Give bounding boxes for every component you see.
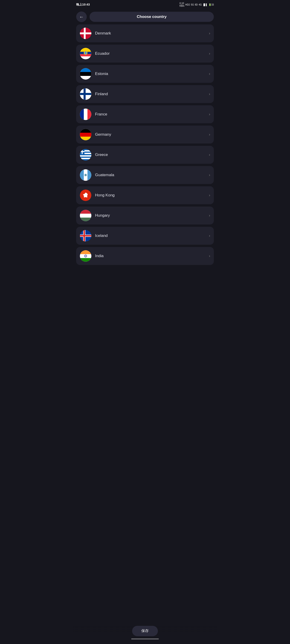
svg-point-9 <box>85 52 87 54</box>
svg-rect-29 <box>80 136 91 140</box>
svg-rect-63 <box>80 250 91 254</box>
svg-rect-12 <box>80 68 91 72</box>
flag-india <box>80 250 91 262</box>
list-item[interactable]: India › <box>76 247 214 265</box>
status-time: 晚上10:43 <box>76 2 90 7</box>
list-item[interactable]: France › <box>76 105 214 123</box>
back-button[interactable]: ← <box>76 12 87 22</box>
4g-badge: 4G <box>199 4 202 6</box>
country-name-iceland: Iceland <box>95 234 209 238</box>
svg-rect-19 <box>80 93 91 95</box>
chevron-icon: › <box>209 254 210 258</box>
signal-text: 0.10KB/s <box>179 2 184 7</box>
svg-rect-22 <box>80 108 84 120</box>
svg-rect-39 <box>80 151 85 152</box>
flag-denmark <box>80 28 91 39</box>
flag-ecuador <box>80 48 91 59</box>
svg-rect-52 <box>80 214 91 218</box>
hd2-badge: HD2 <box>185 4 190 6</box>
list-item[interactable]: Ecuador › <box>76 44 214 62</box>
chevron-icon: › <box>209 112 210 116</box>
list-item[interactable]: Estonia › <box>76 65 214 83</box>
list-item[interactable]: Greece › <box>76 146 214 164</box>
flag-hongkong <box>80 190 91 201</box>
chevron-icon: › <box>209 173 210 177</box>
back-arrow-icon: ← <box>79 14 84 20</box>
svg-rect-35 <box>80 155 91 157</box>
flag-france <box>80 108 91 120</box>
chevron-icon: › <box>209 31 210 36</box>
country-name-hongkong: Hong Kong <box>95 193 209 198</box>
flag-estonia <box>80 68 91 80</box>
header-title-box: Choose country <box>90 12 214 22</box>
chevron-icon: › <box>209 153 210 157</box>
country-list: Denmark › Ecuador › <box>73 26 217 283</box>
country-name-hungary: Hungary <box>95 213 209 218</box>
country-name-guatemala: Guatemala <box>95 173 209 177</box>
svg-rect-14 <box>80 76 91 80</box>
svg-rect-53 <box>80 218 91 221</box>
list-item[interactable]: Hong Kong › <box>76 186 214 204</box>
header: ← Choose country <box>73 9 217 26</box>
list-item[interactable]: Finland › <box>76 85 214 103</box>
chevron-icon: › <box>209 72 210 76</box>
country-name-denmark: Denmark <box>95 31 209 36</box>
svg-rect-27 <box>80 129 91 133</box>
list-item[interactable]: Iceland › <box>76 227 214 245</box>
svg-rect-24 <box>88 108 91 120</box>
battery-icon: 🔋33 <box>208 4 214 6</box>
flag-germany <box>80 129 91 140</box>
status-bar: 晚上10:43 0.10KB/s HD2 5G 8D 4G ▐▌▌ 🔋33 <box>73 0 217 9</box>
list-item[interactable]: Germany › <box>76 126 214 144</box>
flag-iceland <box>80 230 91 242</box>
svg-rect-51 <box>80 210 91 214</box>
country-name-ecuador: Ecuador <box>95 51 209 56</box>
page-title: Choose country <box>137 14 166 19</box>
list-item[interactable]: Hungary › <box>76 206 214 224</box>
country-name-india: India <box>95 254 209 258</box>
list-item[interactable]: ⚙ Guatemala › <box>76 166 214 184</box>
chevron-icon: › <box>209 193 210 197</box>
svg-point-67 <box>85 256 86 256</box>
8d-badge: 8D <box>195 4 198 6</box>
svg-rect-60 <box>80 235 91 236</box>
chevron-icon: › <box>209 92 210 96</box>
country-name-finland: Finland <box>95 92 209 96</box>
svg-rect-23 <box>84 108 88 120</box>
country-name-france: France <box>95 112 209 116</box>
svg-rect-36 <box>80 158 91 159</box>
flag-guatemala: ⚙ <box>80 169 91 181</box>
flag-hungary <box>80 210 91 221</box>
svg-rect-65 <box>80 258 91 262</box>
signal-bars: ▐▌▌ <box>203 4 208 6</box>
svg-rect-2 <box>80 32 91 34</box>
flag-greece <box>80 149 91 160</box>
svg-rect-13 <box>80 72 91 76</box>
list-item[interactable]: Denmark › <box>76 24 214 42</box>
svg-text:⚙: ⚙ <box>85 174 86 176</box>
svg-rect-28 <box>80 133 91 136</box>
chevron-icon: › <box>209 234 210 238</box>
svg-rect-42 <box>80 169 84 181</box>
country-name-germany: Germany <box>95 132 209 137</box>
svg-rect-44 <box>88 169 91 181</box>
country-name-greece: Greece <box>95 152 209 157</box>
chevron-icon: › <box>209 52 210 56</box>
chevron-icon: › <box>209 132 210 136</box>
chevron-icon: › <box>209 214 210 218</box>
flag-finland <box>80 88 91 100</box>
5g-badge: 5G <box>191 4 194 6</box>
status-icons: 0.10KB/s HD2 5G 8D 4G ▐▌▌ 🔋33 <box>179 2 214 7</box>
country-name-estonia: Estonia <box>95 72 209 76</box>
